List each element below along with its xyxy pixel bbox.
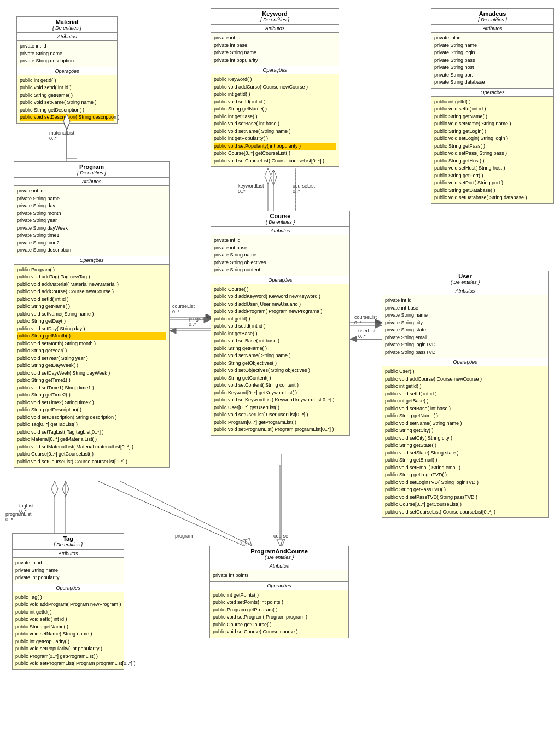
class-amadeus: Amadeus { De entities } Atributos privat… — [431, 8, 554, 204]
class-amadeus-attributes: private int id private String name priva… — [431, 33, 553, 89]
class-keyword-attributes: private int id private int base private … — [211, 33, 339, 66]
class-course: Course { De entities } Atributos private… — [211, 211, 350, 436]
class-tag-attributes: private int id private String name priva… — [13, 558, 124, 584]
class-material-name: Material — [20, 19, 114, 25]
class-material-operations: public int getId( ) public void setId( i… — [17, 75, 117, 123]
class-tag: Tag { De entities } Atributos private in… — [12, 533, 124, 670]
class-user-operations: public User( ) public void addCourse( Co… — [382, 366, 548, 517]
conn-label-program: program — [175, 533, 194, 539]
class-user: User { De entities } Atributos private i… — [382, 271, 549, 518]
class-pac-stereotype: { De entities } — [213, 555, 346, 560]
class-course-name: Course — [214, 213, 347, 219]
class-material: Material { De entities } Atributos priva… — [16, 16, 118, 124]
class-user-attributes: private int id private int base private … — [382, 295, 548, 358]
class-tag-name: Tag — [15, 535, 121, 542]
class-pac-attributes: private int points — [210, 570, 348, 582]
conn-label-materiallist: materialList0..* — [49, 130, 74, 141]
diagram-container: materialList0..* keywordList0..* courseL… — [0, 0, 560, 741]
class-course-attributes: private int id private int base private … — [211, 235, 349, 276]
class-user-name: User — [385, 273, 545, 279]
svg-marker-26 — [170, 328, 176, 334]
class-keyword-operations: public Keyword( ) public void addCurso( … — [211, 74, 339, 166]
conn-label-course: course — [273, 533, 288, 539]
conn-label-keywordlist: keywordList0..* — [238, 183, 264, 194]
class-material-op-title: Operações — [17, 67, 117, 75]
svg-marker-13 — [62, 481, 69, 497]
conn-label-programlist-tag: programList0..* — [5, 511, 32, 522]
svg-marker-30 — [350, 336, 357, 342]
class-amadeus-operations: public int getId( ) public void setId( i… — [431, 97, 553, 203]
class-material-attr-title: Atributos — [17, 33, 117, 41]
class-material-attributes: private int id private String name priva… — [17, 41, 117, 67]
class-user-stereotype: { De entities } — [385, 279, 545, 285]
svg-marker-36 — [277, 539, 283, 546]
class-tag-stereotype: { De entities } — [15, 542, 121, 547]
class-program: Program { De entities } Atributos privat… — [14, 161, 170, 468]
class-program-stereotype: { De entities } — [17, 170, 166, 176]
svg-marker-32 — [51, 481, 58, 497]
conn-label-courselist-prog: courseList0..* — [172, 304, 195, 314]
svg-marker-4 — [270, 170, 277, 185]
class-programandcourse: ProgramAndCourse { De entities } Atribut… — [209, 546, 349, 638]
class-pac-operations: public int getPoints( ) public void setP… — [210, 590, 348, 638]
class-keyword-name: Keyword — [214, 10, 336, 17]
class-amadeus-name: Amadeus — [434, 10, 551, 17]
class-program-operations: public Program( ) public void addTag( Ta… — [14, 265, 169, 468]
class-program-attributes: private int id private String name priva… — [14, 186, 169, 256]
conn-label-userlist: userList0..* — [358, 328, 376, 339]
svg-marker-20 — [265, 168, 271, 184]
class-pac-name: ProgramAndCourse — [213, 548, 346, 555]
conn-label-courselist-user: courseList0..* — [354, 314, 377, 325]
class-keyword-stereotype: { De entities } — [214, 17, 336, 22]
class-keyword: Keyword { De entities } Atributos privat… — [211, 8, 339, 167]
class-amadeus-stereotype: { De entities } — [434, 17, 551, 22]
conn-label-courselist-kw: courseList0..* — [293, 183, 315, 194]
class-program-name: Program — [17, 164, 166, 170]
class-tag-operations: public Tag( ) public void addProgram( Pr… — [13, 592, 124, 669]
class-course-operations: public Course( ) public void addKeyword(… — [211, 284, 349, 435]
class-course-stereotype: { De entities } — [214, 219, 347, 225]
svg-marker-34 — [245, 538, 252, 546]
class-material-stereotype: { De entities } — [20, 25, 114, 31]
